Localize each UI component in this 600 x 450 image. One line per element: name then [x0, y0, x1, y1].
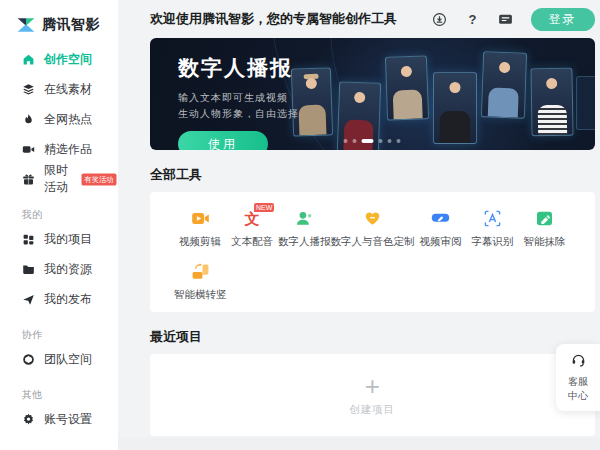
sidebar-item-label: 精选作品 — [44, 141, 92, 158]
create-project-card[interactable]: + 创建项目 — [150, 354, 595, 436]
sidebar-item-my-projects[interactable]: 我的项目 — [0, 224, 118, 254]
login-button[interactable]: 登录 — [531, 8, 595, 31]
sidebar-item-label: 在线素材 — [44, 81, 92, 98]
banner-subtitle-line2: 生动人物形象，自由选择 — [178, 106, 299, 122]
recent-section-title: 最近项目 — [150, 328, 595, 346]
sidebar-item-featured-works[interactable]: 精选作品 — [0, 134, 118, 164]
banner-copy: 数字人播报 输入文本即可生成视频 生动人物形象，自由选择 使用 — [178, 54, 299, 150]
help-icon[interactable]: ? — [465, 11, 481, 27]
tools-section-title: 全部工具 — [150, 166, 595, 184]
support-center-button[interactable]: 客服 中心 — [556, 344, 600, 411]
carousel-dot-active[interactable] — [362, 139, 374, 143]
carousel-dot[interactable] — [353, 139, 357, 143]
sidebar-item-label: 限时活动 — [44, 162, 68, 196]
digital-human-card — [385, 55, 429, 120]
new-badge: NEW — [254, 203, 274, 212]
carousel-dot[interactable] — [397, 139, 401, 143]
download-client-icon[interactable] — [432, 11, 448, 27]
sidebar-section-collab: 协作 — [22, 328, 118, 342]
banner-subtitle-line1: 输入文本即可生成视频 — [178, 90, 299, 106]
smart-erase-icon — [535, 208, 555, 228]
sidebar-item-creation-space[interactable]: 创作空间 — [0, 44, 118, 74]
main-content: 欢迎使用腾讯智影，您的专属智能创作工具 ? 登录 数字人播报 — [118, 0, 600, 450]
sidebar-item-label: 账号设置 — [44, 411, 92, 428]
video-review-icon — [431, 208, 451, 228]
sidebar-item-limited-event[interactable]: 限时活动 有奖活动 — [0, 164, 118, 194]
avatar-head — [401, 66, 412, 77]
rotate-vertical-icon — [190, 261, 210, 281]
tools-card: 视频剪辑 文 NEW 文本配音 数字人播报 — [150, 192, 595, 312]
send-icon — [22, 293, 35, 306]
team-icon — [22, 353, 35, 366]
voice-custom-icon — [363, 208, 383, 228]
top-bar: 欢迎使用腾讯智影，您的专属智能创作工具 ? 登录 — [150, 0, 595, 38]
logo-icon — [16, 15, 36, 35]
carousel-dots — [344, 139, 401, 143]
digital-human-card — [530, 68, 573, 137]
avatar-head — [546, 78, 557, 89]
digital-human-icon — [294, 208, 314, 228]
top-actions: ? 登录 — [432, 8, 595, 31]
welcome-text: 欢迎使用腾讯智影，您的专属智能创作工具 — [150, 10, 397, 28]
gear-icon — [22, 413, 35, 426]
tools-row-1: 视频剪辑 文 NEW 文本配音 数字人播报 — [174, 204, 571, 253]
sidebar-item-label: 我的项目 — [44, 231, 92, 248]
tool-smart-erase[interactable]: 智能抹除 — [519, 204, 571, 253]
banner-subtitle: 输入文本即可生成视频 生动人物形象，自由选择 — [178, 90, 299, 122]
flame-icon — [22, 113, 35, 126]
plus-icon: + — [365, 373, 380, 399]
sidebar-item-my-resources[interactable]: 我的资源 — [0, 254, 118, 284]
sidebar-item-online-assets[interactable]: 在线素材 — [0, 74, 118, 104]
sidebar: 腾讯智影 创作空间 在线素材 全网热点 精选作品 — [0, 0, 118, 450]
banner-use-button[interactable]: 使用 — [178, 131, 268, 150]
sidebar-item-team-space[interactable]: 团队空间 — [0, 344, 118, 374]
feedback-icon[interactable] — [498, 11, 514, 27]
avatar-head — [499, 62, 510, 73]
tool-voice-custom[interactable]: 数字人与音色定制 — [331, 204, 415, 253]
logo-text: 腾讯智影 — [42, 16, 100, 34]
avatar-torso — [538, 104, 567, 135]
layers-icon — [22, 83, 35, 96]
avatar-torso — [393, 90, 423, 120]
home-icon — [22, 53, 35, 66]
avatar-head — [450, 82, 461, 93]
sidebar-nav: 创作空间 在线素材 全网热点 精选作品 限时活动 — [0, 44, 118, 434]
headset-icon — [571, 353, 586, 368]
avatar-torso — [298, 104, 326, 135]
sidebar-item-trending[interactable]: 全网热点 — [0, 104, 118, 134]
digital-human-card — [433, 72, 477, 144]
avatar-head — [354, 92, 365, 103]
tool-horizontal-to-vertical[interactable]: 智能横转竖 — [174, 257, 227, 306]
sidebar-section-mine: 我的 — [22, 208, 118, 222]
logo[interactable]: 腾讯智影 — [0, 12, 118, 38]
avatar-torso — [488, 87, 519, 117]
tool-subtitle-recognition[interactable]: 字幕识别 — [467, 204, 519, 253]
video-icon — [22, 143, 35, 156]
sidebar-item-account-settings[interactable]: 账号设置 — [0, 404, 118, 434]
tool-text-dubbing[interactable]: 文 NEW 文本配音 — [226, 204, 278, 253]
sidebar-item-label: 我的资源 — [44, 261, 92, 278]
footer-strip — [118, 438, 600, 450]
avatar-torso — [440, 111, 470, 143]
create-project-label: 创建项目 — [349, 403, 395, 417]
carousel-dot[interactable] — [379, 139, 383, 143]
subtitle-ocr-icon — [483, 208, 503, 228]
grid-icon — [22, 233, 35, 246]
tools-row-2: 智能横转竖 — [174, 257, 571, 306]
sidebar-item-label: 创作空间 — [44, 51, 92, 68]
tool-video-review[interactable]: 视频审阅 — [415, 204, 467, 253]
video-edit-icon — [190, 208, 210, 228]
hero-banner[interactable]: 数字人播报 输入文本即可生成视频 生动人物形象，自由选择 使用 — [150, 38, 595, 150]
carousel-dot[interactable] — [344, 139, 348, 143]
ghost-card-decor — [576, 76, 595, 130]
text-dub-icon: 文 NEW — [242, 208, 262, 228]
sidebar-item-label: 全网热点 — [44, 111, 92, 128]
app-root: 腾讯智影 创作空间 在线素材 全网热点 精选作品 — [0, 0, 600, 450]
gift-icon — [22, 173, 35, 186]
carousel-dot[interactable] — [388, 139, 392, 143]
tool-digital-human[interactable]: 数字人播报 — [278, 204, 331, 253]
tool-video-edit[interactable]: 视频剪辑 — [174, 204, 226, 253]
banner-title: 数字人播报 — [178, 54, 299, 82]
sidebar-item-label: 我的发布 — [44, 291, 92, 308]
sidebar-item-my-publish[interactable]: 我的发布 — [0, 284, 118, 314]
